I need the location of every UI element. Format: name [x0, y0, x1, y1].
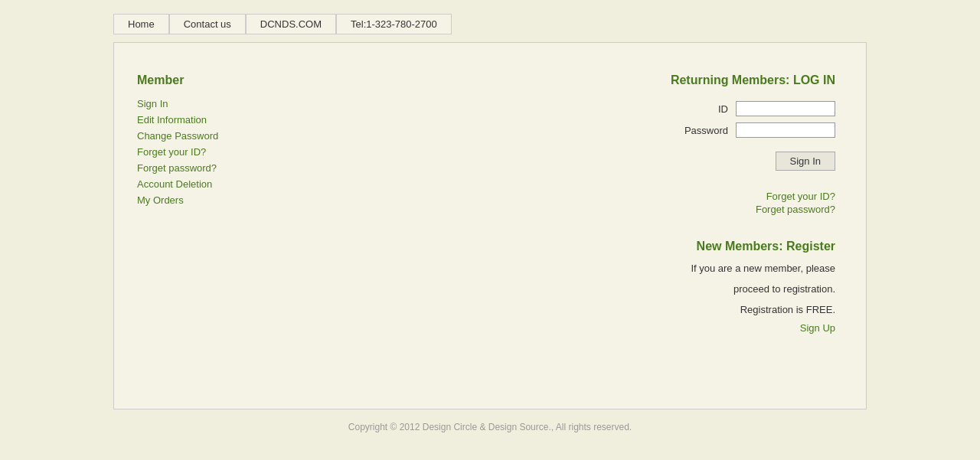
login-form: ID Password Sign In: [344, 101, 835, 171]
main-content: Member Sign InEdit InformationChange Pas…: [113, 42, 867, 409]
nav-tab-tel[interactable]: Tel:1-323-780-2700: [336, 14, 452, 34]
password-label: Password: [675, 125, 728, 136]
nav-tab-home[interactable]: Home: [113, 14, 169, 34]
sidebar: Member Sign InEdit InformationChange Pas…: [114, 58, 328, 393]
sidebar-links: Sign InEdit InformationChange PasswordFo…: [137, 98, 313, 206]
id-label: ID: [675, 103, 728, 115]
footer: Copyright © 2012 Design Circle & Design …: [0, 422, 980, 448]
sidebar-link-forget-password[interactable]: Forget password?: [137, 162, 313, 174]
right-panel: Returning Members: LOG IN ID Password Si…: [328, 58, 866, 393]
password-input[interactable]: [736, 122, 835, 138]
register-desc-1: If you are a new member, please: [344, 261, 835, 277]
register-title: New Members: Register: [344, 240, 835, 253]
forget-id-link[interactable]: Forget your ID?: [766, 191, 835, 202]
sidebar-link-edit-info[interactable]: Edit Information: [137, 114, 313, 126]
sidebar-link-sign-in[interactable]: Sign In: [137, 98, 313, 109]
sign-in-button[interactable]: Sign In: [776, 152, 835, 171]
sidebar-link-change-password[interactable]: Change Password: [137, 130, 313, 142]
forget-password-link[interactable]: Forget password?: [756, 204, 835, 215]
password-row: Password: [675, 122, 835, 138]
nav-tab-contact[interactable]: Contact us: [169, 14, 246, 34]
sidebar-title: Member: [137, 73, 313, 87]
login-title: Returning Members: LOG IN: [344, 73, 835, 87]
forgot-links: Forget your ID? Forget password?: [344, 191, 835, 217]
sidebar-link-forget-id[interactable]: Forget your ID?: [137, 146, 313, 158]
id-input[interactable]: [736, 101, 835, 116]
id-row: ID: [675, 101, 835, 116]
nav-tab-dcnds[interactable]: DCNDS.COM: [246, 14, 336, 34]
copyright-text: Copyright © 2012 Design Circle & Design …: [348, 422, 632, 432]
sidebar-link-my-orders[interactable]: My Orders: [137, 194, 313, 206]
register-section: New Members: Register If you are a new m…: [344, 240, 835, 334]
register-desc-3: Registration is FREE.: [344, 302, 835, 318]
top-nav: HomeContact usDCNDS.COMTel:1-323-780-270…: [113, 14, 980, 34]
sign-up-link[interactable]: Sign Up: [800, 322, 835, 334]
register-desc-2: proceed to registration.: [344, 282, 835, 298]
sidebar-link-account-deletion[interactable]: Account Deletion: [137, 178, 313, 190]
